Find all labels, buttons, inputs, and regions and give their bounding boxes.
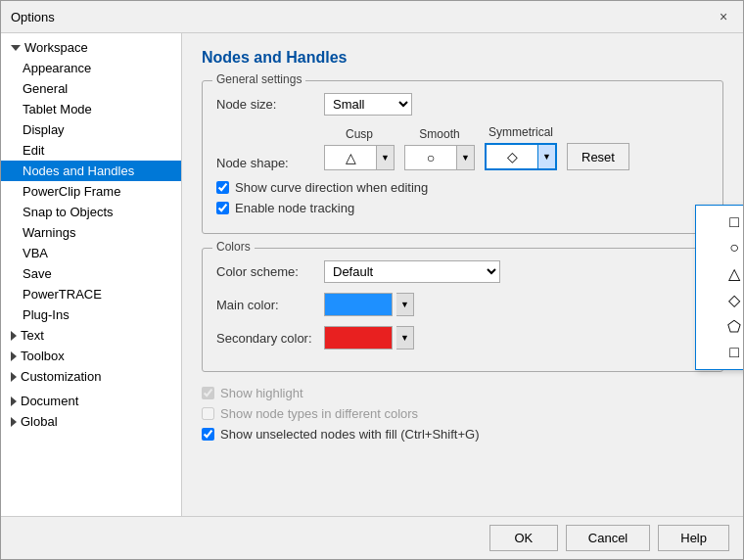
main-color-swatch[interactable] [324, 293, 393, 316]
reset-button[interactable]: Reset [567, 143, 629, 170]
sidebar-item-general[interactable]: General [1, 78, 181, 99]
enable-node-checkbox[interactable] [216, 202, 229, 214]
sidebar-item-customization[interactable]: Customization [1, 366, 181, 387]
node-shape-label: Node shape: [216, 156, 324, 170]
cusp-label: Cusp [346, 127, 373, 141]
smooth-combo[interactable]: ○ ▼ [404, 145, 475, 170]
secondary-color-controls: ▼ [324, 326, 414, 350]
sidebar-item-document[interactable]: Document [1, 391, 181, 411]
sidebar-item-edit[interactable]: Edit [1, 140, 181, 161]
show-highlight-row: Show highlight [202, 386, 723, 400]
secondary-color-label: Secondary color: [216, 331, 324, 346]
dropdown-option-pentagon[interactable]: ⬠ [696, 313, 743, 340]
secondary-color-swatch[interactable] [324, 326, 393, 350]
sidebar-item-powerclip-frame[interactable]: PowerClip Frame [1, 181, 181, 202]
smooth-value: ○ [405, 146, 456, 169]
help-button[interactable]: Help [658, 525, 729, 551]
ok-button[interactable]: OK [489, 525, 558, 551]
smooth-dropdown-btn[interactable]: ▼ [456, 146, 474, 169]
sidebar-item-tablet-mode[interactable]: Tablet Mode [1, 99, 181, 119]
node-shape-controls: Cusp △ ▼ Smooth ○ ▼ [324, 125, 629, 170]
toolbox-label: Toolbox [21, 349, 65, 363]
show-node-types-checkbox [202, 407, 214, 420]
sidebar-item-plug-ins[interactable]: Plug-Ins [1, 304, 181, 325]
dropdown-option-square[interactable]: □ [696, 340, 743, 365]
node-size-row: Node size: Small Medium Large [216, 93, 709, 116]
dropdown-option-triangle[interactable]: △ [696, 260, 743, 287]
general-settings-label: General settings [212, 72, 305, 86]
secondary-color-row: Secondary color: ▼ [216, 326, 709, 350]
node-size-controls: Small Medium Large [324, 93, 412, 116]
secondary-color-dropdown-btn[interactable]: ▼ [396, 326, 414, 350]
main-color-controls: ▼ [324, 293, 414, 316]
symmetrical-value: ◇ [487, 145, 537, 168]
show-highlight-label: Show highlight [220, 386, 303, 400]
sidebar-item-toolbox[interactable]: Toolbox [1, 346, 181, 366]
colors-group: Colors Color scheme: Default Main color:… [202, 248, 723, 372]
main-color-label: Main color: [216, 298, 324, 312]
shape-dropdown-popup: □ ○ △ ◇ ⬠ □ [695, 205, 743, 370]
show-curve-row: Show curve direction when editing [216, 180, 709, 195]
general-settings-group: General settings Node size: Small Medium… [202, 80, 723, 234]
global-expand-icon [11, 417, 17, 427]
node-size-label: Node size: [216, 97, 324, 112]
cusp-combo[interactable]: △ ▼ [324, 145, 395, 170]
close-button[interactable]: × [714, 7, 733, 26]
sidebar-item-text[interactable]: Text [1, 325, 181, 346]
sidebar-item-warnings[interactable]: Warnings [1, 222, 181, 243]
customization-expand-icon [11, 372, 17, 382]
title-bar: Options × [1, 1, 743, 33]
show-curve-label: Show curve direction when editing [235, 180, 428, 195]
show-curve-checkbox[interactable] [216, 181, 229, 194]
cancel-button[interactable]: Cancel [566, 525, 650, 551]
main-color-row: Main color: ▼ [216, 293, 709, 316]
sidebar-item-snap-objects[interactable]: Snap to Objects [1, 202, 181, 222]
enable-node-row: Enable node tracking [216, 201, 709, 215]
show-unselected-checkbox[interactable] [202, 428, 214, 441]
document-label: Document [21, 394, 78, 408]
sidebar-item-global[interactable]: Global [1, 411, 181, 432]
show-unselected-label: Show unselected nodes with fill (Ctrl+Sh… [220, 427, 479, 442]
dialog-title: Options [11, 10, 55, 24]
colors-label: Colors [212, 240, 255, 254]
color-scheme-row: Color scheme: Default [216, 260, 709, 283]
bottom-bar: OK Cancel Help [1, 516, 743, 559]
main-panel: Nodes and Handles General settings Node … [182, 33, 743, 516]
symmetrical-label: Symmetrical [488, 125, 553, 139]
sidebar-item-appearance[interactable]: Appearance [1, 58, 181, 78]
color-scheme-select[interactable]: Default [324, 260, 500, 283]
enable-node-label: Enable node tracking [235, 201, 354, 215]
dropdown-option-circle[interactable]: ○ [696, 235, 743, 260]
global-label: Global [21, 414, 58, 429]
cusp-value: △ [325, 146, 376, 169]
main-color-dropdown-btn[interactable]: ▼ [396, 293, 414, 316]
workspace-collapse-icon [11, 45, 21, 51]
panel-title: Nodes and Handles [202, 49, 723, 67]
smooth-label: Smooth [419, 127, 459, 141]
node-shape-row: Node shape: Cusp △ ▼ Smooth [216, 125, 709, 170]
cusp-dropdown-btn[interactable]: ▼ [376, 146, 394, 169]
color-scheme-label: Color scheme: [216, 264, 324, 279]
sidebar-item-display[interactable]: Display [1, 119, 181, 140]
content-area: Workspace Appearance General Tablet Mode… [1, 33, 743, 516]
customization-label: Customization [21, 369, 101, 384]
symmetrical-shape-col: Symmetrical ◇ ▼ [485, 125, 557, 170]
sidebar-item-nodes-handles[interactable]: Nodes and Handles [1, 161, 181, 181]
cusp-shape-col: Cusp △ ▼ [324, 127, 395, 170]
smooth-shape-col: Smooth ○ ▼ [404, 127, 475, 170]
text-expand-icon [11, 331, 17, 341]
sidebar-item-powertrace[interactable]: PowerTRACE [1, 284, 181, 304]
dropdown-option-square-outline[interactable]: □ [696, 210, 743, 235]
workspace-label: Workspace [24, 40, 88, 55]
symmetrical-combo[interactable]: ◇ ▼ [485, 143, 557, 170]
sidebar: Workspace Appearance General Tablet Mode… [1, 33, 182, 516]
document-expand-icon [11, 397, 17, 406]
sidebar-item-save[interactable]: Save [1, 263, 181, 284]
dropdown-option-diamond[interactable]: ◇ [696, 287, 743, 313]
sidebar-item-vba[interactable]: VBA [1, 243, 181, 263]
toolbox-expand-icon [11, 351, 17, 361]
node-size-select[interactable]: Small Medium Large [324, 93, 412, 116]
sidebar-item-workspace[interactable]: Workspace [1, 37, 181, 58]
symmetrical-dropdown-btn[interactable]: ▼ [537, 145, 555, 168]
show-unselected-row: Show unselected nodes with fill (Ctrl+Sh… [202, 427, 723, 442]
